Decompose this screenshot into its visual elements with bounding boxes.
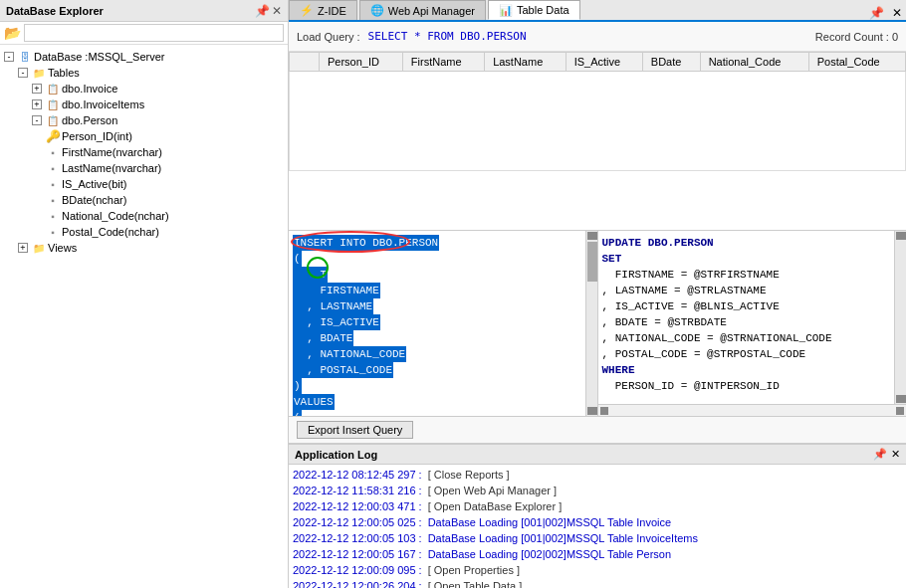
update-line-5: , IS_ACTIVE = @BLNIS_ACTIVE	[602, 298, 891, 314]
log-entry-4: 2022-12-12 12:00:05 025 : DataBase Loadi…	[293, 514, 902, 530]
app-container: DataBase Explorer 📌 ✕ 📂 - 🗄 DataBase :	[0, 0, 906, 588]
sql-line-2: (	[293, 251, 581, 267]
bdate-label: BDate(nchar)	[62, 194, 126, 206]
col-header-postalcode: Postal_Code	[808, 53, 905, 72]
update-line-3: FIRSTNAME = @STRFIRSTNAME	[602, 267, 891, 283]
data-grid[interactable]: Person_ID FirstName LastName IS_Active B…	[289, 52, 906, 231]
sql-line-7: , BDATE	[293, 330, 581, 346]
sql-line-5: , LASTNAME	[293, 298, 581, 314]
sql-editor-update[interactable]: UPDATE DBO.PERSON SET FIRSTNAME = @STRFI…	[598, 231, 895, 404]
tab-zide[interactable]: ⚡ Z-IDE	[289, 0, 357, 20]
expand-views[interactable]: +	[18, 243, 28, 253]
tree-item-tables-folder[interactable]: - 📁 Tables	[4, 65, 284, 81]
table-icon-invoiceitems: 📋	[46, 98, 60, 111]
tree-item-server[interactable]: - 🗄 DataBase :MSSQL_Server	[4, 49, 284, 65]
log-entry-8: 2022-12-12 12:00:26 204 : [ Open Table D…	[293, 578, 902, 588]
app-log-header: Application Log 📌 ✕	[289, 445, 906, 465]
log-ts-2: 2022-12-12 11:58:31 216 :	[293, 483, 422, 498]
tree-item-invoiceitems[interactable]: + 📋 dbo.InvoiceItems	[4, 97, 284, 112]
app-log-pin-icon[interactable]: 📌	[873, 448, 887, 461]
views-label: Views	[48, 242, 77, 254]
col-header-lastname: LastName	[485, 53, 566, 72]
log-ts-8: 2022-12-12 12:00:26 204 :	[293, 578, 422, 588]
tree-item-nationalcode[interactable]: ▪ National_Code(nchar)	[4, 208, 284, 224]
db-explorer-panel: DataBase Explorer 📌 ✕ 📂 - 🗄 DataBase :	[0, 0, 289, 588]
log-msg-6: DataBase Loading [002|002]MSSQL Table Pe…	[428, 546, 671, 562]
invoice-label: dbo.Invoice	[62, 83, 117, 95]
tab-tabledata-label: Table Data	[517, 4, 569, 16]
record-count: Record Count : 0	[815, 31, 898, 43]
sql-panel-insert-inner: INSERT INTO DBO.PERSON ( T FIRSTNAME , L…	[289, 231, 597, 416]
col-icon-nationalcode: ▪	[46, 209, 60, 223]
insert-vscroll[interactable]	[585, 231, 597, 416]
log-ts-4: 2022-12-12 12:00:05 025 :	[293, 514, 422, 530]
folder-icon-views: 📁	[32, 241, 46, 255]
update-line-8: , POSTAL_CODE = @STRPOSTAL_CODE	[602, 346, 891, 362]
tree-item-invoice[interactable]: + 📋 dbo.Invoice	[4, 81, 284, 97]
log-msg-8: [ Open Table Data ]	[428, 578, 523, 588]
update-line-10: PERSON_ID = @INTPERSON_ID	[602, 378, 891, 394]
tree-item-person[interactable]: - 📋 dbo.Person	[4, 112, 284, 128]
col-icon-postalcode: ▪	[46, 225, 60, 239]
sql-panels: INSERT INTO DBO.PERSON ( T FIRSTNAME , L…	[289, 231, 906, 417]
tab-pin-icon[interactable]: 📌	[865, 6, 888, 20]
key-icon-personid: 🔑	[46, 129, 60, 143]
tab-tabledata[interactable]: 📊 Table Data	[488, 0, 580, 20]
tree-item-views[interactable]: + 📁 Views	[4, 240, 284, 256]
log-ts-7: 2022-12-12 12:00:09 095 :	[293, 562, 422, 578]
update-line-9: WHERE	[602, 362, 891, 378]
expand-invoiceitems[interactable]: +	[32, 99, 42, 109]
tree-item-isactive[interactable]: ▪ IS_Active(bit)	[4, 176, 284, 192]
sql-line-11: VALUES	[293, 394, 581, 410]
load-query-label: Load Query :	[297, 31, 360, 43]
personid-label: Person_ID(int)	[62, 130, 132, 142]
tab-webapi[interactable]: 🌐 Web Api Manager	[359, 0, 486, 20]
tree-item-postalcode[interactable]: ▪ Postal_Code(nchar)	[4, 224, 284, 240]
db-search-input[interactable]	[24, 24, 284, 42]
tree-item-lastname[interactable]: ▪ LastName(nvarchar)	[4, 160, 284, 176]
expand-invoice[interactable]: +	[32, 84, 42, 94]
table-data-panel: Load Query : SELECT * FROM DBO.PERSON Re…	[289, 22, 906, 444]
update-vscroll[interactable]	[894, 231, 906, 404]
right-panel: ⚡ Z-IDE 🌐 Web Api Manager 📊 Table Data 📌…	[289, 0, 906, 588]
person-label: dbo.Person	[62, 114, 117, 126]
record-count-value: 0	[892, 31, 898, 43]
tab-bar: ⚡ Z-IDE 🌐 Web Api Manager 📊 Table Data 📌…	[289, 0, 906, 22]
col-header-firstname: FirstName	[402, 53, 484, 72]
sql-line-9: , POSTAL_CODE	[293, 362, 581, 378]
col-icon-lastname: ▪	[46, 161, 60, 175]
expand-person[interactable]: -	[32, 115, 42, 125]
col-header-isactive: IS_Active	[566, 53, 642, 72]
col-header-personid: Person_ID	[320, 53, 403, 72]
tree-item-bdate[interactable]: ▪ BDate(nchar)	[4, 192, 284, 208]
sql-line-10: )	[293, 378, 581, 394]
col-icon-isactive: ▪	[46, 177, 60, 191]
tree-item-personid[interactable]: 🔑 Person_ID(int)	[4, 128, 284, 144]
log-msg-7: [ Open Properties ]	[428, 562, 520, 578]
expand-tables[interactable]: -	[18, 68, 28, 78]
sql-line-6: , IS_ACTIVE	[293, 314, 581, 330]
log-entry-6: 2022-12-12 12:00:05 167 : DataBase Loadi…	[293, 546, 902, 562]
log-ts-6: 2022-12-12 12:00:05 167 :	[293, 546, 422, 562]
sql-editor-insert[interactable]: INSERT INTO DBO.PERSON ( T FIRSTNAME , L…	[289, 231, 585, 416]
app-log-controls: 📌 ✕	[873, 448, 900, 461]
tab-close-icon[interactable]: ✕	[888, 6, 906, 20]
log-msg-1: [ Close Reports ]	[428, 467, 510, 483]
log-entry-7: 2022-12-12 12:00:09 095 : [ Open Propert…	[293, 562, 902, 578]
export-bar: Export Insert Query	[289, 417, 906, 444]
db-explorer-title: DataBase Explorer	[6, 5, 104, 17]
sql-panel-update-inner: UPDATE DBO.PERSON SET FIRSTNAME = @STRFI…	[598, 231, 907, 404]
tree-item-firstname[interactable]: ▪ FirstName(nvarchar)	[4, 144, 284, 160]
tables-label: Tables	[48, 67, 80, 79]
col-header-bdate: BDate	[642, 53, 700, 72]
data-table: Person_ID FirstName LastName IS_Active B…	[289, 52, 906, 171]
col-icon-bdate: ▪	[46, 193, 60, 207]
app-log-panel: Application Log 📌 ✕ 2022-12-12 08:12:45 …	[289, 444, 906, 588]
app-log-close-icon[interactable]: ✕	[891, 448, 900, 461]
close-icon[interactable]: ✕	[272, 4, 282, 18]
expand-server[interactable]: -	[4, 52, 14, 62]
col-header-nationalcode: National_Code	[700, 53, 808, 72]
pin-icon[interactable]: 📌	[255, 4, 270, 18]
export-insert-query-button[interactable]: Export Insert Query	[297, 421, 413, 439]
db-tree: - 🗄 DataBase :MSSQL_Server - 📁 Tables + …	[0, 45, 288, 588]
